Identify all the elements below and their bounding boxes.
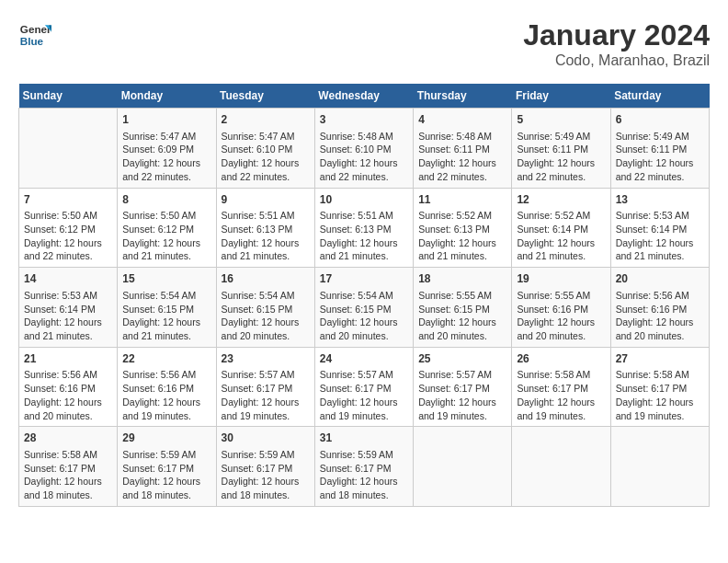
- day-number: 16: [222, 271, 310, 287]
- day-number: 31: [320, 431, 408, 446]
- day-info: Sunrise: 5:53 AM Sunset: 6:14 PM Dayligh…: [24, 289, 112, 343]
- day-info: Sunrise: 5:50 AM Sunset: 6:12 PM Dayligh…: [122, 209, 210, 263]
- calendar-cell: [610, 427, 709, 507]
- calendar-cell: 19Sunrise: 5:55 AM Sunset: 6:16 PM Dayli…: [512, 268, 610, 348]
- calendar-cell: 26Sunrise: 5:58 AM Sunset: 6:17 PM Dayli…: [512, 347, 610, 427]
- column-header-tuesday: Tuesday: [216, 84, 314, 109]
- main-title: January 2024: [523, 18, 710, 52]
- calendar-cell: 16Sunrise: 5:54 AM Sunset: 6:15 PM Dayli…: [216, 268, 314, 348]
- calendar-cell: [414, 427, 512, 507]
- calendar-cell: [19, 109, 118, 189]
- day-info: Sunrise: 5:55 AM Sunset: 6:15 PM Dayligh…: [418, 289, 506, 343]
- calendar-cell: 2Sunrise: 5:47 AM Sunset: 6:10 PM Daylig…: [216, 109, 314, 189]
- calendar-cell: 13Sunrise: 5:53 AM Sunset: 6:14 PM Dayli…: [610, 188, 709, 268]
- title-block: January 2024 Codo, Maranhao, Brazil: [523, 18, 710, 69]
- day-info: Sunrise: 5:52 AM Sunset: 6:13 PM Dayligh…: [418, 209, 506, 263]
- day-number: 4: [418, 112, 506, 128]
- day-number: 2: [222, 112, 310, 128]
- day-info: Sunrise: 5:51 AM Sunset: 6:13 PM Dayligh…: [222, 209, 310, 263]
- week-row-2: 7Sunrise: 5:50 AM Sunset: 6:12 PM Daylig…: [19, 188, 710, 268]
- day-number: 30: [222, 431, 310, 446]
- day-info: Sunrise: 5:47 AM Sunset: 6:09 PM Dayligh…: [122, 130, 210, 184]
- column-header-wednesday: Wednesday: [314, 84, 413, 109]
- day-number: 8: [122, 192, 210, 208]
- day-number: 1: [122, 112, 210, 128]
- calendar-cell: 7Sunrise: 5:50 AM Sunset: 6:12 PM Daylig…: [19, 188, 118, 268]
- calendar-cell: 5Sunrise: 5:49 AM Sunset: 6:11 PM Daylig…: [512, 109, 610, 189]
- svg-text:Blue: Blue: [20, 35, 44, 47]
- day-number: 7: [24, 192, 112, 208]
- calendar-cell: 9Sunrise: 5:51 AM Sunset: 6:13 PM Daylig…: [216, 188, 314, 268]
- calendar-cell: 28Sunrise: 5:58 AM Sunset: 6:17 PM Dayli…: [19, 427, 118, 507]
- day-info: Sunrise: 5:54 AM Sunset: 6:15 PM Dayligh…: [222, 289, 310, 343]
- calendar-cell: 6Sunrise: 5:49 AM Sunset: 6:11 PM Daylig…: [610, 109, 709, 189]
- day-info: Sunrise: 5:54 AM Sunset: 6:15 PM Dayligh…: [122, 289, 210, 343]
- day-info: Sunrise: 5:56 AM Sunset: 6:16 PM Dayligh…: [24, 368, 112, 422]
- page-header: General Blue January 2024 Codo, Maranhao…: [18, 18, 710, 69]
- day-number: 29: [122, 431, 210, 446]
- day-number: 12: [517, 192, 605, 208]
- day-number: 10: [320, 192, 408, 208]
- day-info: Sunrise: 5:57 AM Sunset: 6:17 PM Dayligh…: [418, 368, 506, 422]
- day-info: Sunrise: 5:56 AM Sunset: 6:16 PM Dayligh…: [122, 368, 210, 422]
- week-row-4: 21Sunrise: 5:56 AM Sunset: 6:16 PM Dayli…: [19, 347, 710, 427]
- day-number: 14: [24, 271, 112, 287]
- week-row-3: 14Sunrise: 5:53 AM Sunset: 6:14 PM Dayli…: [19, 268, 710, 348]
- calendar-cell: 22Sunrise: 5:56 AM Sunset: 6:16 PM Dayli…: [118, 347, 216, 427]
- day-info: Sunrise: 5:59 AM Sunset: 6:17 PM Dayligh…: [320, 448, 408, 502]
- day-number: 18: [418, 271, 506, 287]
- subtitle: Codo, Maranhao, Brazil: [523, 52, 710, 69]
- calendar-cell: 27Sunrise: 5:58 AM Sunset: 6:17 PM Dayli…: [610, 347, 709, 427]
- calendar-cell: 24Sunrise: 5:57 AM Sunset: 6:17 PM Dayli…: [314, 347, 413, 427]
- day-number: 23: [222, 351, 310, 367]
- calendar-cell: 29Sunrise: 5:59 AM Sunset: 6:17 PM Dayli…: [118, 427, 216, 507]
- day-number: 19: [517, 271, 605, 287]
- day-number: 27: [616, 351, 704, 367]
- svg-text:General: General: [20, 23, 51, 35]
- calendar-cell: 14Sunrise: 5:53 AM Sunset: 6:14 PM Dayli…: [19, 268, 118, 348]
- day-number: 11: [418, 192, 506, 208]
- day-info: Sunrise: 5:50 AM Sunset: 6:12 PM Dayligh…: [24, 209, 112, 263]
- day-info: Sunrise: 5:53 AM Sunset: 6:14 PM Dayligh…: [616, 209, 704, 263]
- day-info: Sunrise: 5:49 AM Sunset: 6:11 PM Dayligh…: [616, 130, 704, 184]
- calendar-cell: 31Sunrise: 5:59 AM Sunset: 6:17 PM Dayli…: [314, 427, 413, 507]
- day-number: 25: [418, 351, 506, 367]
- calendar-cell: 3Sunrise: 5:48 AM Sunset: 6:10 PM Daylig…: [314, 109, 413, 189]
- day-info: Sunrise: 5:57 AM Sunset: 6:17 PM Dayligh…: [222, 368, 310, 422]
- calendar-cell: 17Sunrise: 5:54 AM Sunset: 6:15 PM Dayli…: [314, 268, 413, 348]
- calendar-cell: 21Sunrise: 5:56 AM Sunset: 6:16 PM Dayli…: [19, 347, 118, 427]
- calendar-cell: 10Sunrise: 5:51 AM Sunset: 6:13 PM Dayli…: [314, 188, 413, 268]
- week-row-5: 28Sunrise: 5:58 AM Sunset: 6:17 PM Dayli…: [19, 427, 710, 507]
- logo-icon: General Blue: [18, 18, 51, 52]
- day-number: 26: [517, 351, 605, 367]
- day-number: 20: [616, 271, 704, 287]
- day-info: Sunrise: 5:56 AM Sunset: 6:16 PM Dayligh…: [616, 289, 704, 343]
- day-number: 28: [24, 431, 112, 446]
- day-number: 3: [320, 112, 408, 128]
- calendar-table: SundayMondayTuesdayWednesdayThursdayFrid…: [18, 84, 710, 507]
- column-header-saturday: Saturday: [610, 84, 709, 109]
- calendar-cell: 18Sunrise: 5:55 AM Sunset: 6:15 PM Dayli…: [414, 268, 512, 348]
- day-info: Sunrise: 5:51 AM Sunset: 6:13 PM Dayligh…: [320, 209, 408, 263]
- day-number: 24: [320, 351, 408, 367]
- logo: General Blue: [18, 18, 51, 52]
- day-info: Sunrise: 5:58 AM Sunset: 6:17 PM Dayligh…: [616, 368, 704, 422]
- day-info: Sunrise: 5:58 AM Sunset: 6:17 PM Dayligh…: [517, 368, 605, 422]
- calendar-cell: [512, 427, 610, 507]
- day-info: Sunrise: 5:48 AM Sunset: 6:10 PM Dayligh…: [320, 130, 408, 184]
- day-info: Sunrise: 5:58 AM Sunset: 6:17 PM Dayligh…: [24, 448, 112, 502]
- calendar-cell: 4Sunrise: 5:48 AM Sunset: 6:11 PM Daylig…: [414, 109, 512, 189]
- day-number: 17: [320, 271, 408, 287]
- day-number: 21: [24, 351, 112, 367]
- day-info: Sunrise: 5:59 AM Sunset: 6:17 PM Dayligh…: [122, 448, 210, 502]
- calendar-cell: 8Sunrise: 5:50 AM Sunset: 6:12 PM Daylig…: [118, 188, 216, 268]
- calendar-cell: 15Sunrise: 5:54 AM Sunset: 6:15 PM Dayli…: [118, 268, 216, 348]
- calendar-cell: 20Sunrise: 5:56 AM Sunset: 6:16 PM Dayli…: [610, 268, 709, 348]
- day-info: Sunrise: 5:47 AM Sunset: 6:10 PM Dayligh…: [222, 130, 310, 184]
- week-row-1: 1Sunrise: 5:47 AM Sunset: 6:09 PM Daylig…: [19, 109, 710, 189]
- day-info: Sunrise: 5:55 AM Sunset: 6:16 PM Dayligh…: [517, 289, 605, 343]
- day-info: Sunrise: 5:52 AM Sunset: 6:14 PM Dayligh…: [517, 209, 605, 263]
- day-info: Sunrise: 5:48 AM Sunset: 6:11 PM Dayligh…: [418, 130, 506, 184]
- calendar-cell: 12Sunrise: 5:52 AM Sunset: 6:14 PM Dayli…: [512, 188, 610, 268]
- day-number: 6: [616, 112, 704, 128]
